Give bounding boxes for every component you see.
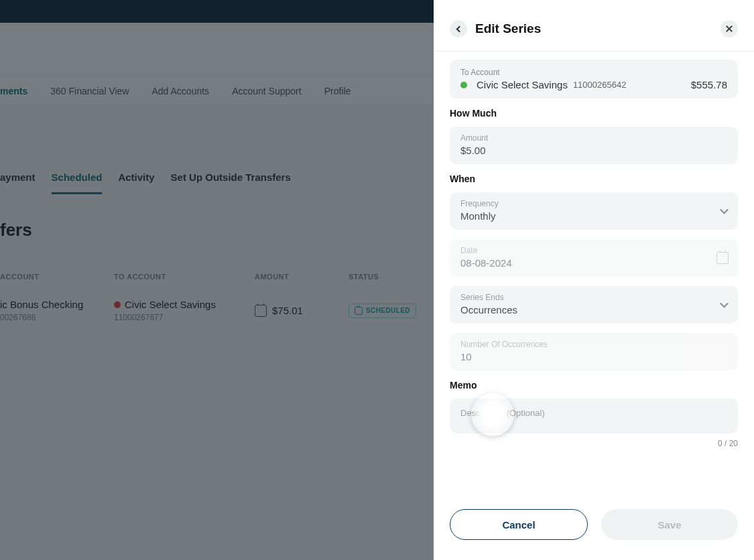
date-field[interactable]: Date 08-08-2024 <box>450 239 738 277</box>
panel-title: Edit Series <box>475 21 712 36</box>
to-account-card[interactable]: To Account Civic Select Savings 11000265… <box>450 60 738 98</box>
frequency-select[interactable]: Frequency Monthly <box>450 192 738 230</box>
status-dot-icon <box>460 82 467 88</box>
occurrences-field[interactable]: Number Of Occurrences 10 <box>450 333 738 370</box>
close-icon <box>725 25 733 33</box>
calendar-icon <box>716 252 729 264</box>
series-ends-select[interactable]: Series Ends Occurrences <box>450 286 738 324</box>
memo-placeholder: Description (Optional) <box>460 408 545 418</box>
edit-series-panel: Edit Series To Account Civic Select Savi… <box>434 0 754 560</box>
section-when: When <box>450 173 738 184</box>
section-memo: Memo <box>450 380 738 391</box>
close-button[interactable] <box>720 20 738 38</box>
to-account-number: 11000265642 <box>573 80 627 90</box>
back-button[interactable] <box>450 20 467 38</box>
to-account-label: To Account <box>460 68 727 77</box>
memo-char-counter: 0 / 20 <box>450 439 738 448</box>
save-button: Save <box>601 509 738 540</box>
amount-field[interactable]: Amount $5.00 <box>450 127 738 164</box>
to-account-name: Civic Select Savings <box>477 79 568 90</box>
cancel-button[interactable]: Cancel <box>450 509 588 540</box>
chevron-left-icon <box>456 25 462 32</box>
memo-input[interactable]: Description (Optional) <box>450 399 738 433</box>
to-account-balance: $555.78 <box>691 79 727 90</box>
section-how-much: How Much <box>450 108 738 119</box>
